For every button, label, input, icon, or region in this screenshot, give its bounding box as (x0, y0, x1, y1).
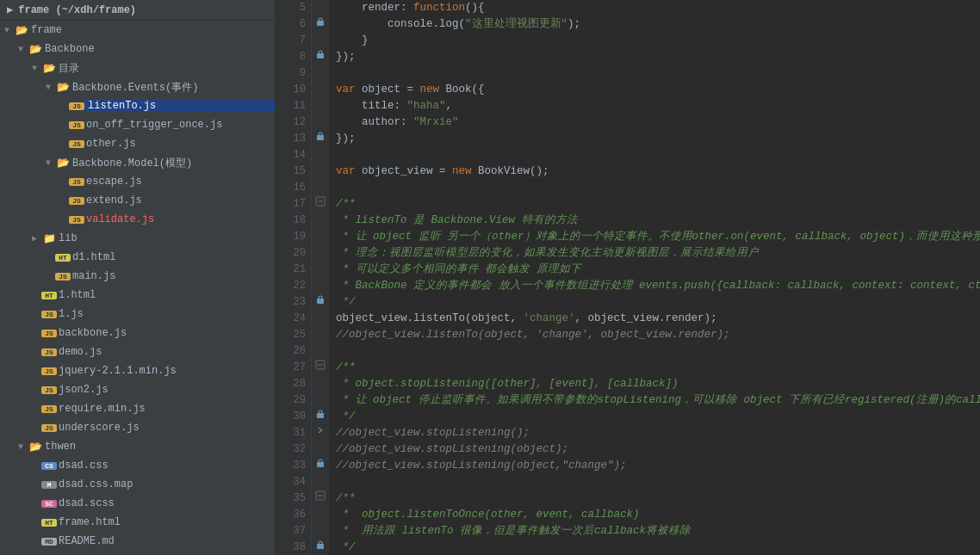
tree-item-extend-js[interactable]: JSextend.js (0, 191, 275, 210)
tree-item-require-js[interactable]: JSrequire.min.js (0, 399, 275, 418)
tree-label: underscore.js (57, 422, 275, 434)
gutter-icon (312, 196, 329, 213)
line-number: 6 (276, 16, 311, 33)
gutter-icon (312, 180, 329, 196)
tree-item-d1-html[interactable]: HTd1.html (0, 248, 275, 267)
tree-item-root-frame[interactable]: 📂frame (0, 21, 275, 40)
gutter-icon (312, 343, 329, 360)
tree-label: 1.html (57, 289, 275, 301)
code-line: * 让 object 监听 另一个（other）对象上的一个特定事件。不使用ot… (336, 229, 980, 245)
file-icon-js: JS (69, 178, 84, 186)
code-line: * listenTo 是 Backbone.View 特有的方法 (336, 213, 980, 229)
tree-item-other-js[interactable]: JSother.js (0, 134, 275, 153)
tree-item-events-dir[interactable]: 📂Backbone.Events(事件) (0, 77, 275, 96)
tree-item-backbone-js[interactable]: JSbackbone.js (0, 324, 275, 342)
gutter-icon (312, 33, 329, 49)
line-number: 18 (276, 213, 311, 229)
line-number: 20 (276, 245, 311, 262)
code-line (336, 180, 980, 196)
code-line: }); (336, 49, 980, 65)
file-icon-js: JS (41, 405, 57, 413)
gutter-icon (312, 392, 329, 409)
file-icon-css: CS (41, 462, 57, 470)
tree-label: thwen (43, 441, 275, 453)
tree-item-underscore-js[interactable]: JSunderscore.js (0, 418, 275, 437)
file-icon-js: JS (69, 140, 84, 148)
line-number: 36 (276, 507, 311, 523)
tree-item-dsad-scss[interactable]: SCdsad.scss (0, 494, 275, 513)
svg-rect-5 (317, 299, 324, 304)
code-line (336, 343, 980, 360)
tree-item-1-js[interactable]: JS1.js (0, 305, 275, 324)
line-number: 13 (276, 131, 311, 147)
code-line: * BackBone 定义的事件都会 放入一个事件数组进行处理 events.p… (336, 278, 980, 294)
line-number: 16 (276, 180, 311, 196)
tree-item-main-js[interactable]: JSmain.js (0, 267, 275, 286)
svg-rect-1 (317, 53, 324, 59)
tree-item-1-html[interactable]: HT1.html (0, 286, 275, 305)
code-line: //object_view.stopListening(object,"chan… (336, 458, 980, 474)
tree-item-listenTo-js[interactable]: JSlistenTo.js (0, 96, 275, 115)
line-number: 14 (276, 147, 311, 163)
gutter-icon (312, 82, 329, 98)
file-tree: 📂frame📂Backbone📂目录📂Backbone.Events(事件)JS… (0, 21, 275, 555)
gutter-icon (312, 98, 329, 114)
file-icon-js: JS (41, 367, 57, 375)
tree-item-frame-html[interactable]: HTframe.html (0, 513, 275, 532)
tree-item-ext-lib[interactable]: 📚External Libraries (0, 551, 275, 555)
tree-label: 目录 (57, 61, 275, 76)
code-line: * 用法跟 listenTo 很像，但是事件触发一次后callback将被移除 (336, 523, 980, 540)
tree-item-readme-md[interactable]: MDREADME.md (0, 532, 275, 551)
file-icon-map: M (41, 481, 57, 489)
svg-rect-0 (317, 21, 324, 26)
tree-arrow (28, 64, 41, 73)
file-icon-html: HT (55, 254, 71, 262)
tree-item-mulu-dir[interactable]: 📂目录 (0, 59, 275, 77)
gutter-icon (312, 441, 329, 458)
tree-item-escape-js[interactable]: JSescape.js (0, 172, 275, 191)
tree-item-dsad-css[interactable]: CSdsad.css (0, 456, 275, 475)
project-header: ▶ frame (~/xdh/frame) (0, 0, 275, 21)
tree-item-jquery-js[interactable]: JSjquery-2.1.1.min.js (0, 361, 275, 380)
project-icon: ▶ (7, 3, 13, 16)
line-number: 28 (276, 376, 311, 392)
line-number: 5 (276, 0, 311, 16)
file-icon-js: JS (41, 330, 57, 337)
gutter-icons (312, 0, 329, 555)
line-number: 34 (276, 474, 311, 490)
tree-item-thwen-dir[interactable]: 📂thwen (0, 437, 275, 456)
tree-item-demo-js[interactable]: JSdemo.js (0, 342, 275, 361)
tree-item-json2-js[interactable]: JSjson2.js (0, 380, 275, 399)
gutter-icon (312, 311, 329, 327)
file-icon-folder: 📂 (55, 157, 71, 170)
line-number: 24 (276, 311, 311, 327)
gutter-icon (312, 213, 329, 229)
line-number: 7 (276, 33, 311, 49)
tree-label: listenTo.js (84, 100, 275, 112)
gutter-icon (312, 409, 329, 425)
code-area[interactable]: render: function(){ console.log("这里处理视图更… (329, 0, 980, 555)
line-number: 33 (276, 458, 311, 474)
code-line: /** (336, 196, 980, 213)
code-line: title: "haha", (336, 98, 980, 114)
code-line: */ (336, 540, 980, 555)
tree-item-dsad-map[interactable]: Mdsad.css.map (0, 475, 275, 494)
tree-label: extend.js (84, 194, 275, 207)
file-icon-md: MD (41, 538, 57, 546)
tree-label: dsad.scss (57, 497, 275, 509)
gutter-icon (312, 458, 329, 474)
code-line: */ (336, 294, 980, 311)
line-number: 15 (276, 163, 311, 180)
tree-item-lib-dir[interactable]: 📁lib (0, 229, 275, 248)
gutter-icon (312, 425, 329, 441)
line-number: 31 (276, 425, 311, 441)
tree-item-on_off-js[interactable]: JSon_off_trigger_once.js (0, 115, 275, 134)
svg-rect-9 (317, 462, 324, 467)
code-line (336, 474, 980, 490)
tree-item-validate-js[interactable]: JSvalidate.js (0, 210, 275, 229)
line-number: 11 (276, 98, 311, 114)
gutter-icon (312, 294, 329, 311)
tree-item-backbone-dir[interactable]: 📂Backbone (0, 40, 275, 59)
tree-item-model-dir[interactable]: 📂Backbone.Model(模型) (0, 153, 275, 172)
tree-label: d1.html (71, 251, 275, 263)
